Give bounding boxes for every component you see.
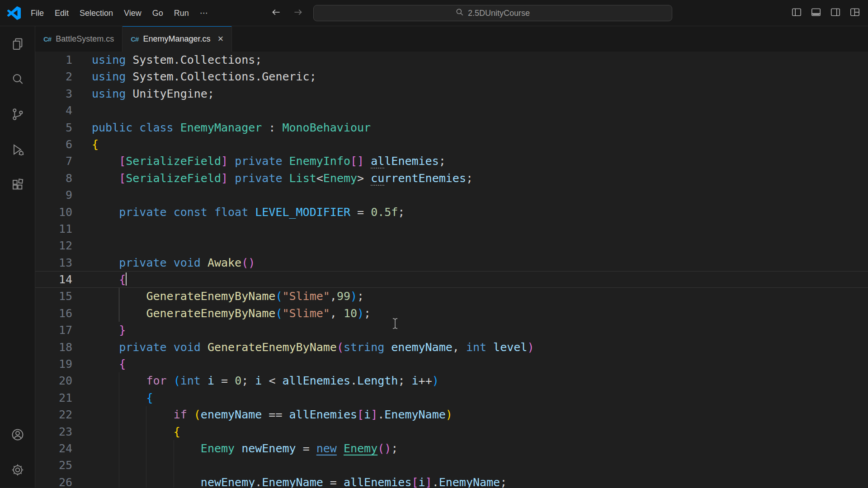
forward-button[interactable]: [292, 6, 304, 20]
code-line-3[interactable]: 3using UnityEngine;: [35, 85, 868, 102]
code-line-16[interactable]: 16 GenerateEnemyByName("Slime", 10);: [35, 305, 868, 322]
indent-guide: [119, 457, 119, 474]
code-line-6[interactable]: 6{: [35, 136, 868, 153]
code-line-4[interactable]: 4: [35, 102, 868, 119]
code-line-10[interactable]: 10 private const float LEVEL_MODIFIER = …: [35, 204, 868, 221]
indent-guide: [146, 406, 146, 423]
code-line-20[interactable]: 20 for (int i = 0; i < allEnemies.Length…: [35, 372, 868, 389]
menu-item-run[interactable]: Run: [169, 5, 194, 21]
toggle-primary-sidebar-icon[interactable]: [791, 6, 802, 20]
code-line-13[interactable]: 13 private void Awake(): [35, 254, 868, 271]
line-number[interactable]: 11: [35, 221, 92, 237]
explorer-icon[interactable]: [0, 26, 35, 61]
command-center-search[interactable]: 2.5DUnityCourse: [313, 5, 672, 21]
code-line-9[interactable]: 9: [35, 187, 868, 203]
code-text[interactable]: private const float LEVEL_MODIFIER = 0.5…: [92, 204, 405, 221]
menu-item-selection[interactable]: Selection: [74, 5, 118, 21]
code-text[interactable]: Enemy newEnemy = new Enemy();: [92, 440, 398, 457]
code-text[interactable]: using System.Collections.Generic;: [92, 68, 316, 85]
line-number[interactable]: 21: [35, 389, 92, 406]
line-number[interactable]: 9: [35, 187, 92, 203]
toggle-secondary-sidebar-icon[interactable]: [830, 6, 841, 20]
code-line-7[interactable]: 7 [SerializeField] private EnemyInfo[] a…: [35, 153, 868, 169]
code-line-11[interactable]: 11: [35, 221, 868, 237]
toggle-panel-icon[interactable]: [810, 6, 822, 20]
line-number[interactable]: 10: [35, 204, 92, 221]
code-text[interactable]: private void Awake(): [92, 254, 255, 271]
line-number[interactable]: 5: [35, 119, 92, 136]
line-number[interactable]: 1: [35, 52, 92, 68]
menu-item-file[interactable]: File: [25, 5, 49, 21]
menu-item-more[interactable]: ⋯: [194, 5, 213, 21]
tab-close-icon[interactable]: ×: [218, 34, 224, 44]
settings-gear-icon[interactable]: [0, 452, 35, 488]
line-number[interactable]: 16: [35, 305, 92, 322]
code-line-21[interactable]: 21 {: [35, 389, 868, 406]
code-line-24[interactable]: 24 Enemy newEnemy = new Enemy();: [35, 440, 868, 457]
code-line-22[interactable]: 22 if (enemyName == allEnemies[i].EnemyN…: [35, 406, 868, 423]
code-text[interactable]: {: [92, 136, 99, 153]
line-number[interactable]: 24: [35, 440, 92, 457]
code-text[interactable]: public class EnemyManager : MonoBehaviou…: [92, 119, 371, 136]
code-text[interactable]: {: [92, 271, 127, 288]
source-control-icon[interactable]: [0, 97, 35, 132]
code-line-25[interactable]: 25: [35, 457, 868, 474]
line-number[interactable]: 2: [35, 68, 92, 85]
back-button[interactable]: [270, 6, 282, 20]
line-number[interactable]: 22: [35, 406, 92, 423]
code-line-23[interactable]: 23 {: [35, 423, 868, 440]
code-text[interactable]: using System.Collections;: [92, 52, 262, 68]
line-number[interactable]: 17: [35, 322, 92, 338]
line-number[interactable]: 18: [35, 339, 92, 356]
menu-item-go[interactable]: Go: [147, 5, 169, 21]
code-text[interactable]: [SerializeField] private List<Enemy> cur…: [92, 170, 473, 187]
code-line-18[interactable]: 18 private void GenerateEnemyByName(stri…: [35, 339, 868, 356]
code-editor[interactable]: 1using System.Collections;2using System.…: [35, 52, 868, 488]
run-and-debug-icon[interactable]: [0, 132, 35, 167]
line-number[interactable]: 3: [35, 85, 92, 102]
code-line-14[interactable]: 14 {: [35, 271, 868, 288]
tab-enemymanager-cs[interactable]: C#EnemyManager.cs×: [123, 26, 232, 52]
line-number[interactable]: 14: [35, 271, 92, 288]
extensions-icon[interactable]: [0, 167, 35, 202]
line-number[interactable]: 12: [35, 237, 92, 254]
line-number[interactable]: 8: [35, 170, 92, 187]
line-number[interactable]: 13: [35, 254, 92, 271]
code-text[interactable]: }: [92, 322, 126, 338]
customize-layout-icon[interactable]: [849, 6, 861, 20]
line-number[interactable]: 4: [35, 102, 92, 119]
line-number[interactable]: 7: [35, 153, 92, 169]
line-number[interactable]: 20: [35, 372, 92, 389]
code-line-26[interactable]: 26 newEnemy.EnemyName = allEnemies[i].En…: [35, 474, 868, 488]
menu-item-edit[interactable]: Edit: [49, 5, 74, 21]
code-line-15[interactable]: 15 GenerateEnemyByName("Slime",99);: [35, 288, 868, 305]
code-line-17[interactable]: 17 }: [35, 322, 868, 338]
line-number[interactable]: 15: [35, 288, 92, 305]
code-text[interactable]: using UnityEngine;: [92, 85, 214, 102]
code-text[interactable]: GenerateEnemyByName("Slime",99);: [92, 288, 364, 305]
menu-item-view[interactable]: View: [118, 5, 147, 21]
code-text[interactable]: {: [92, 356, 126, 372]
accounts-icon[interactable]: [0, 417, 35, 452]
line-number[interactable]: 23: [35, 423, 92, 440]
code-text[interactable]: {: [92, 423, 180, 440]
line-number[interactable]: 6: [35, 136, 92, 153]
code-text[interactable]: {: [92, 389, 153, 406]
code-text[interactable]: GenerateEnemyByName("Slime", 10);: [92, 305, 371, 322]
code-line-1[interactable]: 1using System.Collections;: [35, 52, 868, 68]
line-number[interactable]: 26: [35, 474, 92, 488]
code-line-5[interactable]: 5public class EnemyManager : MonoBehavio…: [35, 119, 868, 136]
code-line-2[interactable]: 2using System.Collections.Generic;: [35, 68, 868, 85]
code-text[interactable]: newEnemy.EnemyName = allEnemies[i].Enemy…: [92, 474, 507, 488]
tab-battlesystem-cs[interactable]: C#BattleSystem.cs: [35, 26, 123, 52]
line-number[interactable]: 25: [35, 457, 92, 474]
line-number[interactable]: 19: [35, 356, 92, 372]
code-line-8[interactable]: 8 [SerializeField] private List<Enemy> c…: [35, 170, 868, 187]
indent-guide: [119, 305, 119, 322]
code-text[interactable]: [SerializeField] private EnemyInfo[] all…: [92, 153, 446, 169]
code-text[interactable]: private void GenerateEnemyByName(string …: [92, 339, 534, 356]
code-line-19[interactable]: 19 {: [35, 356, 868, 372]
code-text[interactable]: for (int i = 0; i < allEnemies.Length; i…: [92, 372, 439, 389]
code-line-12[interactable]: 12: [35, 237, 868, 254]
search-icon[interactable]: [0, 61, 35, 97]
